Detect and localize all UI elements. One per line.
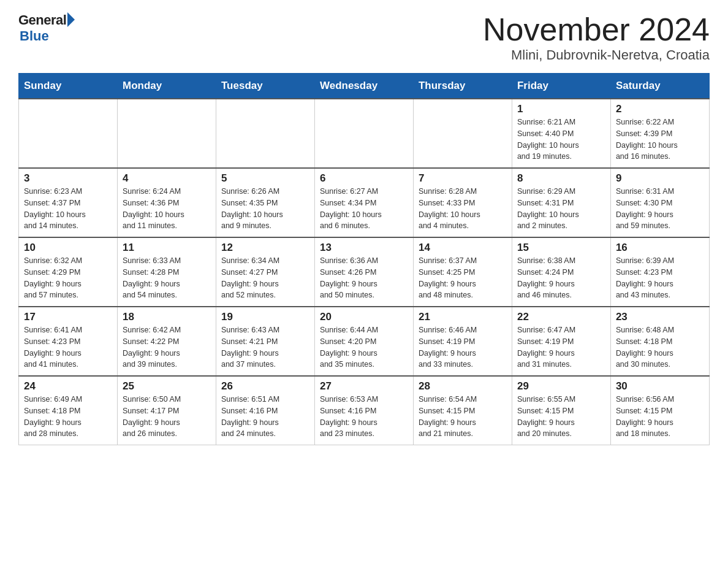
calendar-day-cell: 1Sunrise: 6:21 AMSunset: 4:40 PMDaylight… [512, 99, 610, 168]
calendar-week-row: 17Sunrise: 6:41 AMSunset: 4:23 PMDayligh… [19, 307, 710, 376]
calendar-day-cell: 12Sunrise: 6:34 AMSunset: 4:27 PMDayligh… [216, 237, 314, 307]
calendar-table: SundayMondayTuesdayWednesdayThursdayFrid… [18, 73, 710, 445]
day-number: 2 [616, 103, 704, 115]
calendar-day-cell: 10Sunrise: 6:32 AMSunset: 4:29 PMDayligh… [19, 237, 118, 307]
day-number: 7 [419, 172, 507, 185]
calendar-day-cell: 11Sunrise: 6:33 AMSunset: 4:28 PMDayligh… [117, 237, 216, 307]
day-number: 16 [616, 242, 704, 254]
day-info: Sunrise: 6:56 AMSunset: 4:15 PMDaylight:… [616, 394, 704, 440]
calendar-day-cell: 15Sunrise: 6:38 AMSunset: 4:24 PMDayligh… [512, 237, 610, 307]
day-info: Sunrise: 6:21 AMSunset: 4:40 PMDaylight:… [517, 117, 605, 163]
weekday-header-wednesday: Wednesday [314, 74, 413, 99]
day-number: 6 [320, 172, 408, 185]
day-info: Sunrise: 6:27 AMSunset: 4:34 PMDaylight:… [320, 186, 408, 232]
calendar-day-cell: 17Sunrise: 6:41 AMSunset: 4:23 PMDayligh… [19, 307, 118, 376]
calendar-day-cell: 9Sunrise: 6:31 AMSunset: 4:30 PMDaylight… [610, 168, 709, 237]
day-number: 1 [517, 103, 605, 115]
logo-blue-text: Blue [20, 28, 49, 44]
calendar-day-cell: 3Sunrise: 6:23 AMSunset: 4:37 PMDaylight… [19, 168, 118, 237]
day-number: 20 [320, 311, 408, 323]
page-header: General Blue November 2024 Mlini, Dubrov… [18, 12, 710, 63]
day-number: 10 [24, 242, 112, 254]
day-info: Sunrise: 6:31 AMSunset: 4:30 PMDaylight:… [616, 186, 704, 232]
day-info: Sunrise: 6:38 AMSunset: 4:24 PMDaylight:… [517, 255, 605, 301]
day-info: Sunrise: 6:24 AMSunset: 4:36 PMDaylight:… [123, 186, 211, 232]
day-number: 15 [517, 242, 605, 254]
calendar-week-row: 24Sunrise: 6:49 AMSunset: 4:18 PMDayligh… [19, 376, 710, 445]
day-number: 13 [320, 242, 408, 254]
day-info: Sunrise: 6:26 AMSunset: 4:35 PMDaylight:… [221, 186, 309, 232]
calendar-day-cell: 24Sunrise: 6:49 AMSunset: 4:18 PMDayligh… [19, 376, 118, 445]
day-info: Sunrise: 6:41 AMSunset: 4:23 PMDaylight:… [24, 324, 112, 370]
day-number: 24 [24, 380, 112, 393]
day-info: Sunrise: 6:54 AMSunset: 4:15 PMDaylight:… [419, 394, 507, 440]
day-number: 21 [419, 311, 507, 323]
calendar-day-cell: 30Sunrise: 6:56 AMSunset: 4:15 PMDayligh… [610, 376, 709, 445]
day-number: 26 [221, 380, 309, 393]
day-info: Sunrise: 6:28 AMSunset: 4:33 PMDaylight:… [419, 186, 507, 232]
logo-triangle-icon [67, 12, 75, 27]
day-info: Sunrise: 6:44 AMSunset: 4:20 PMDaylight:… [320, 324, 408, 370]
logo-general-text: General [18, 12, 66, 28]
calendar-day-cell: 29Sunrise: 6:55 AMSunset: 4:15 PMDayligh… [512, 376, 610, 445]
calendar-day-cell: 8Sunrise: 6:29 AMSunset: 4:31 PMDaylight… [512, 168, 610, 237]
weekday-header-friday: Friday [512, 74, 610, 99]
day-number: 18 [123, 311, 211, 323]
calendar-week-row: 3Sunrise: 6:23 AMSunset: 4:37 PMDaylight… [19, 168, 710, 237]
day-number: 4 [123, 172, 211, 185]
day-info: Sunrise: 6:34 AMSunset: 4:27 PMDaylight:… [221, 255, 309, 301]
day-info: Sunrise: 6:37 AMSunset: 4:25 PMDaylight:… [419, 255, 507, 301]
day-info: Sunrise: 6:33 AMSunset: 4:28 PMDaylight:… [123, 255, 211, 301]
calendar-empty-cell [19, 99, 118, 168]
day-info: Sunrise: 6:47 AMSunset: 4:19 PMDaylight:… [517, 324, 605, 370]
calendar-day-cell: 22Sunrise: 6:47 AMSunset: 4:19 PMDayligh… [512, 307, 610, 376]
day-number: 29 [517, 380, 605, 393]
calendar-empty-cell [314, 99, 413, 168]
day-info: Sunrise: 6:55 AMSunset: 4:15 PMDaylight:… [517, 394, 605, 440]
day-info: Sunrise: 6:53 AMSunset: 4:16 PMDaylight:… [320, 394, 408, 440]
day-number: 23 [616, 311, 704, 323]
weekday-header-thursday: Thursday [413, 74, 512, 99]
day-number: 19 [221, 311, 309, 323]
calendar-day-cell: 23Sunrise: 6:48 AMSunset: 4:18 PMDayligh… [610, 307, 709, 376]
day-info: Sunrise: 6:23 AMSunset: 4:37 PMDaylight:… [24, 186, 112, 232]
calendar-week-row: 1Sunrise: 6:21 AMSunset: 4:40 PMDaylight… [19, 99, 710, 168]
calendar-day-cell: 13Sunrise: 6:36 AMSunset: 4:26 PMDayligh… [314, 237, 413, 307]
day-number: 22 [517, 311, 605, 323]
day-number: 27 [320, 380, 408, 393]
calendar-empty-cell [216, 99, 314, 168]
weekday-header-saturday: Saturday [610, 74, 709, 99]
day-number: 25 [123, 380, 211, 393]
day-number: 11 [123, 242, 211, 254]
day-info: Sunrise: 6:43 AMSunset: 4:21 PMDaylight:… [221, 324, 309, 370]
calendar-day-cell: 5Sunrise: 6:26 AMSunset: 4:35 PMDaylight… [216, 168, 314, 237]
day-info: Sunrise: 6:32 AMSunset: 4:29 PMDaylight:… [24, 255, 112, 301]
calendar-day-cell: 18Sunrise: 6:42 AMSunset: 4:22 PMDayligh… [117, 307, 216, 376]
day-info: Sunrise: 6:46 AMSunset: 4:19 PMDaylight:… [419, 324, 507, 370]
calendar-day-cell: 4Sunrise: 6:24 AMSunset: 4:36 PMDaylight… [117, 168, 216, 237]
day-info: Sunrise: 6:48 AMSunset: 4:18 PMDaylight:… [616, 324, 704, 370]
calendar-empty-cell [117, 99, 216, 168]
logo: General Blue [18, 12, 75, 44]
calendar-day-cell: 28Sunrise: 6:54 AMSunset: 4:15 PMDayligh… [413, 376, 512, 445]
day-info: Sunrise: 6:36 AMSunset: 4:26 PMDaylight:… [320, 255, 408, 301]
calendar-day-cell: 7Sunrise: 6:28 AMSunset: 4:33 PMDaylight… [413, 168, 512, 237]
day-info: Sunrise: 6:22 AMSunset: 4:39 PMDaylight:… [616, 117, 704, 163]
day-number: 8 [517, 172, 605, 185]
calendar-day-cell: 20Sunrise: 6:44 AMSunset: 4:20 PMDayligh… [314, 307, 413, 376]
day-number: 30 [616, 380, 704, 393]
day-number: 12 [221, 242, 309, 254]
calendar-day-cell: 21Sunrise: 6:46 AMSunset: 4:19 PMDayligh… [413, 307, 512, 376]
day-info: Sunrise: 6:39 AMSunset: 4:23 PMDaylight:… [616, 255, 704, 301]
weekday-header-sunday: Sunday [19, 74, 118, 99]
calendar-day-cell: 26Sunrise: 6:51 AMSunset: 4:16 PMDayligh… [216, 376, 314, 445]
calendar-day-cell: 14Sunrise: 6:37 AMSunset: 4:25 PMDayligh… [413, 237, 512, 307]
day-number: 9 [616, 172, 704, 185]
day-info: Sunrise: 6:50 AMSunset: 4:17 PMDaylight:… [123, 394, 211, 440]
location-title: Mlini, Dubrovnik-Neretva, Croatia [483, 47, 710, 63]
calendar-day-cell: 19Sunrise: 6:43 AMSunset: 4:21 PMDayligh… [216, 307, 314, 376]
weekday-header-tuesday: Tuesday [216, 74, 314, 99]
calendar-header-row: SundayMondayTuesdayWednesdayThursdayFrid… [19, 74, 710, 99]
day-number: 14 [419, 242, 507, 254]
day-info: Sunrise: 6:49 AMSunset: 4:18 PMDaylight:… [24, 394, 112, 440]
